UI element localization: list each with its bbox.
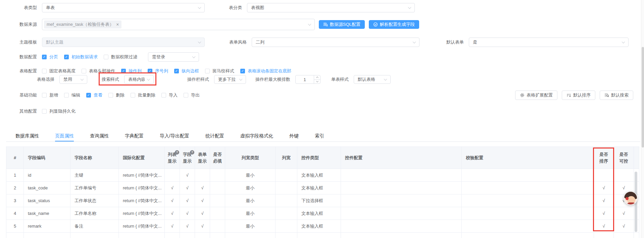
table-cell[interactable]: √	[180, 182, 195, 194]
checkbox-unchecked[interactable]	[131, 93, 135, 98]
table-cell[interactable]: return { //简体中文...	[119, 182, 165, 194]
table-extend-config-button[interactable]: 表格扩展配置	[515, 91, 557, 100]
table-cell[interactable]: √	[594, 194, 614, 207]
table-cell[interactable]	[341, 220, 462, 232]
checkbox-item[interactable]: 批量删除	[131, 92, 155, 98]
table-cell[interactable]	[341, 194, 462, 207]
table-cell[interactable]	[341, 169, 462, 181]
tab-item[interactable]: 字典配置	[125, 130, 144, 141]
step-up-button[interactable]	[314, 75, 320, 79]
checkbox-unchecked[interactable]	[104, 55, 108, 59]
table-cell[interactable]: √	[614, 220, 634, 232]
table-cell[interactable]	[341, 207, 462, 220]
action-bar-max-input[interactable]: 1	[295, 75, 320, 84]
table-cell[interactable]: √	[165, 220, 180, 232]
checkbox-checked[interactable]: ✓	[240, 69, 245, 73]
table-cell[interactable]: √	[180, 220, 195, 232]
table-cell[interactable]	[210, 194, 225, 207]
form-style-select[interactable]: 二列	[252, 38, 419, 47]
table-cell[interactable]	[462, 220, 594, 232]
table-cell[interactable]: √	[180, 207, 195, 220]
table-cell[interactable]: √	[594, 182, 614, 194]
tab-item[interactable]: 查询属性	[90, 130, 109, 141]
table-cell[interactable]	[462, 182, 594, 194]
checkbox-checked[interactable]: ✓	[42, 55, 47, 59]
table-cell[interactable]	[462, 169, 594, 181]
checkbox-item[interactable]: 导出	[184, 92, 200, 98]
table-cell[interactable]: √	[165, 194, 180, 207]
tab-item[interactable]: 外键	[289, 130, 299, 141]
theme-template-select[interactable]: 默认主题	[42, 38, 205, 47]
login-mode-select[interactable]: 需登录	[148, 52, 199, 62]
tab-item[interactable]: 索引	[315, 130, 324, 141]
tab-item[interactable]: 数据库属性	[15, 130, 39, 141]
checkbox-unchecked[interactable]	[82, 69, 86, 73]
checkbox-item[interactable]: ✓序号列	[148, 68, 168, 74]
table-cell[interactable]: return { //简体中文...	[119, 220, 165, 232]
table-cell[interactable]: √	[594, 207, 614, 220]
table-cell[interactable]: √	[614, 207, 634, 220]
search-style-select[interactable]: 表格内嵌	[124, 75, 154, 84]
assistant-avatar[interactable]	[624, 191, 638, 205]
table-category-select[interactable]: 表视图	[247, 3, 415, 12]
checkbox-item[interactable]: ✓查看	[86, 92, 102, 98]
default-search-button[interactable]: 默认搜索	[600, 91, 633, 100]
datasource-sql-config-button[interactable]: 数据源SQL配置	[319, 20, 365, 29]
checkbox-item[interactable]: 斑马纹样式	[205, 68, 234, 74]
checkbox-unchecked[interactable]	[184, 93, 188, 98]
table-cell[interactable]: √	[180, 194, 195, 207]
checkbox-item[interactable]: 表格头部操作	[82, 68, 115, 74]
table-cell[interactable]	[462, 194, 594, 207]
checkbox-item[interactable]: ✓初始数据请求	[64, 54, 98, 60]
table-cell[interactable]: √	[165, 207, 180, 220]
checkbox-item[interactable]: 列显隐持久化	[42, 108, 76, 114]
page-scrollbar[interactable]	[641, 0, 644, 238]
checkbox-checked[interactable]: ✓	[121, 69, 126, 73]
checkbox-unchecked[interactable]	[108, 93, 113, 98]
table-cell[interactable]	[165, 169, 180, 181]
checkbox-checked[interactable]: ✓	[64, 55, 69, 59]
table-cell[interactable]: √	[180, 169, 195, 181]
table-cell[interactable]	[210, 169, 225, 181]
checkbox-checked[interactable]: ✓	[174, 69, 179, 73]
table-cell[interactable]: √	[195, 182, 210, 194]
action-bar-style-select[interactable]: 更多下拉	[214, 75, 246, 84]
table-cell[interactable]: return { //简体中文...	[119, 207, 165, 220]
checkbox-item[interactable]: ✓纵向边框	[174, 68, 199, 74]
step-down-button[interactable]	[314, 79, 320, 84]
data-source-multiselect[interactable]: mef_examine_task（检验任务表） ×	[42, 19, 315, 30]
table-type-select[interactable]: 单表	[42, 3, 205, 12]
checkbox-item[interactable]: 数据权限过滤	[104, 54, 137, 60]
tab-item[interactable]: 导入/导出配置	[160, 130, 189, 141]
table-cell[interactable]	[341, 182, 462, 194]
tag-close-icon[interactable]: ×	[116, 22, 119, 27]
checkbox-item[interactable]: 固定表格高度	[42, 68, 76, 74]
single-table-style-select[interactable]: 默认表格	[354, 75, 391, 84]
table-cell[interactable]: √	[195, 194, 210, 207]
table-cell[interactable]	[614, 169, 634, 181]
table-cell[interactable]: √	[195, 207, 210, 220]
tab-active[interactable]: 页面属性	[55, 130, 74, 141]
tab-item[interactable]: 统计配置	[205, 130, 224, 141]
checkbox-item[interactable]: ✓操作列	[121, 68, 142, 74]
checkbox-checked[interactable]: ✓	[86, 93, 91, 98]
table-cell[interactable]	[462, 207, 594, 220]
table-cell[interactable]: return { //简体中文...	[119, 194, 165, 207]
checkbox-unchecked[interactable]	[42, 109, 47, 114]
default-sort-button[interactable]: 默认排序	[562, 91, 595, 100]
table-cell[interactable]	[195, 169, 210, 181]
table-select-select[interactable]: 禁用	[59, 75, 87, 84]
checkbox-item[interactable]: 新增	[42, 92, 58, 98]
checkbox-unchecked[interactable]	[205, 69, 210, 73]
checkbox-item[interactable]: 删除	[108, 92, 125, 98]
table-cell[interactable]	[210, 182, 225, 194]
parse-generate-fields-button[interactable]: 解析配置生成字段	[369, 20, 419, 29]
table-cell[interactable]	[210, 220, 225, 232]
tab-item[interactable]: 虚拟字段格式化	[240, 130, 273, 141]
checkbox-item[interactable]: ✓表格滚动条固定在底部	[240, 68, 291, 74]
table-cell[interactable]	[594, 169, 614, 181]
help-icon[interactable]: ?	[175, 150, 179, 155]
checkbox-checked[interactable]: ✓	[148, 69, 152, 73]
checkbox-unchecked[interactable]	[64, 93, 69, 98]
checkbox-unchecked[interactable]	[42, 69, 47, 73]
